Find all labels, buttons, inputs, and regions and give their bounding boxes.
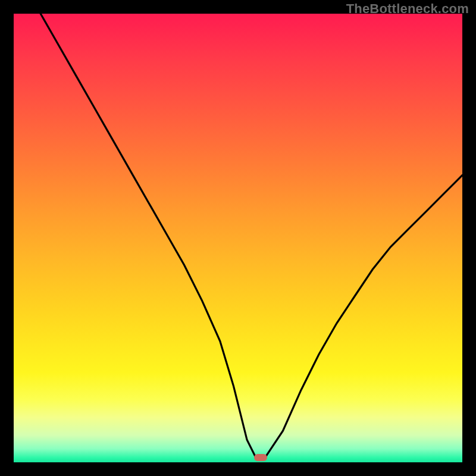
bottleneck-curve	[14, 14, 462, 462]
chart-frame: TheBottleneck.com	[0, 0, 476, 476]
watermark-text: TheBottleneck.com	[346, 1, 469, 17]
optimal-point-marker	[254, 454, 267, 461]
plot-area	[14, 14, 462, 462]
